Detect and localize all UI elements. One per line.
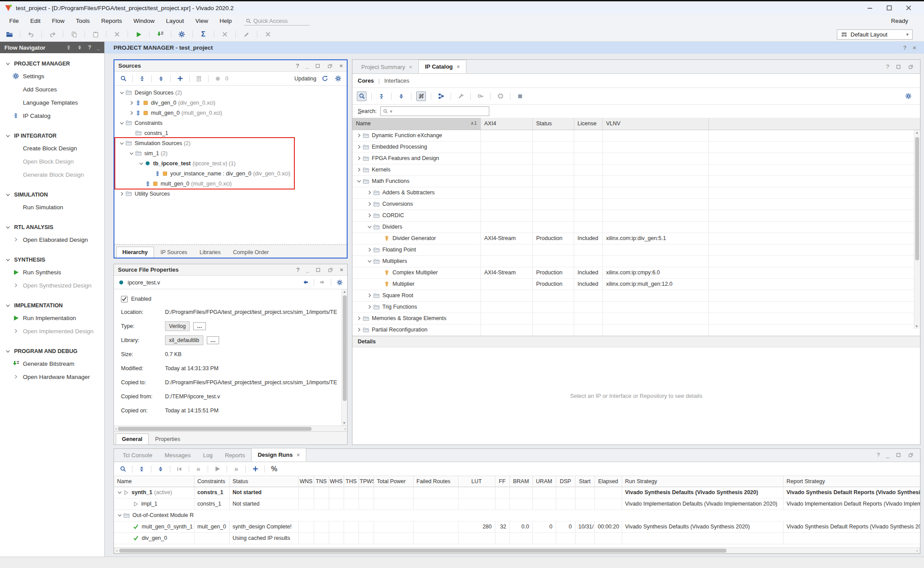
flow-section-program-and-debug[interactable]: PROGRAM AND DEBUG [0,345,104,357]
chevron-down-icon[interactable] [137,161,145,166]
column-header-tns[interactable]: TNS [314,476,329,487]
flow-section-ip-integrator[interactable]: IP INTEGRATOR [0,130,104,142]
ip-catalog-row[interactable]: Dynamic Function eXchange [352,130,920,141]
create-runs-icon[interactable] [250,464,260,474]
chevron-down-icon[interactable] [116,490,123,495]
source-tree-row[interactable]: Constraints [114,118,347,128]
column-header-constraints[interactable]: Constraints [194,476,229,487]
redo-icon[interactable] [48,29,57,39]
menu-file[interactable]: File [4,16,25,26]
float-icon[interactable] [908,64,914,70]
browse-button[interactable]: … [193,322,206,330]
ip-catalog-row[interactable]: Math Functions [352,175,920,187]
column-header-dsp[interactable]: DSP [556,476,575,487]
chevron-right-icon[interactable] [118,191,125,197]
column-header-tpws[interactable]: TPWS [359,476,374,487]
column-header-bram[interactable]: BRAM [510,476,532,487]
column-header-report-strategy[interactable]: Report Strategy [783,476,920,487]
expand-all-icon[interactable] [156,464,165,474]
generate-bitstream-icon[interactable] [155,29,165,39]
column-header-wns[interactable]: WNS [298,476,314,487]
ip-catalog-row[interactable]: Conversions [352,198,920,210]
gear-icon[interactable] [337,279,343,285]
flow-item-open-synthesized-design[interactable]: Open Synthesized Design [0,279,104,292]
source-tree-row[interactable]: Simulation Sources(2) [114,138,347,148]
add-sources-icon[interactable] [175,74,185,84]
chevron-right-icon[interactable] [366,293,373,298]
minimize-icon[interactable]: _ [305,62,308,69]
float-icon[interactable] [327,267,334,273]
search-icon[interactable] [118,74,128,84]
flow-section-rtl-analysis[interactable]: RTL ANALYSIS [0,221,104,233]
minimize-icon[interactable]: _ [97,44,100,51]
ip-catalog-row[interactable]: Adders & Subtracters [352,187,920,198]
maximize-icon[interactable] [315,63,321,69]
menu-layout[interactable]: Layout [160,16,190,26]
source-tree-row[interactable]: mult_gen_0(mult_gen_0.xci) [114,178,347,189]
source-tree-row[interactable]: tb_ipcore_test(ipcore_test.v) (1) [114,158,347,168]
menu-flow[interactable]: Flow [46,16,70,26]
menu-window[interactable]: Window [128,16,160,26]
help-icon[interactable]: ? [903,44,906,51]
edit-file-icon[interactable] [194,74,204,84]
column-header-start[interactable]: Start [575,476,594,487]
column-header-vlnv[interactable]: VLNV [602,118,708,130]
menu-help[interactable]: Help [214,16,238,26]
flow-item-run-synthesis[interactable]: Run Synthesis [0,266,104,279]
flow-item-run-implementation[interactable]: Run Implementation [0,311,104,324]
sources-tab-hierarchy[interactable]: Hierarchy [116,247,154,258]
back-arrow-icon[interactable] [302,279,308,285]
column-header-whs[interactable]: WHS [329,476,344,487]
chevron-down-icon[interactable] [366,224,373,229]
horizontal-scrollbar[interactable]: ‹› [114,547,920,553]
flow-item-open-elaborated-design[interactable]: Open Elaborated Design [0,233,104,246]
column-header-elapsed[interactable]: Elapsed [594,476,622,487]
gear-icon[interactable] [333,74,343,84]
close-icon[interactable]: × [457,64,460,70]
ip-search-input[interactable]: ▾ [380,106,489,116]
report-icon[interactable]: Σ [198,29,208,39]
percent-icon[interactable]: % [269,464,279,474]
source-tree-row[interactable]: constrs_1 [114,128,347,138]
edit-icon[interactable] [242,29,251,39]
column-header-name[interactable]: Name [114,476,194,487]
source-tree-row[interactable]: mult_gen_0(mult_gen_0.xci) [114,108,347,118]
chevron-right-icon[interactable] [355,327,363,332]
properties-tab-properties[interactable]: Properties [150,434,186,444]
flow-item-language-templates[interactable]: Language Templates [0,96,104,109]
float-icon[interactable] [908,452,914,458]
stop-icon[interactable] [220,29,230,39]
license-icon[interactable] [476,91,485,101]
flow-item-settings[interactable]: Settings [0,69,104,83]
help-icon[interactable]: ? [877,451,880,458]
menu-edit[interactable]: Edit [25,16,46,26]
run-icon[interactable] [134,29,143,39]
vertical-scrollbar[interactable]: ▴▾ [341,289,347,426]
copy-icon[interactable] [69,29,79,39]
chevron-right-icon[interactable] [128,110,135,116]
ip-catalog-row[interactable]: Partial Reconfiguration [352,324,920,335]
window-maximize-button[interactable] [885,4,893,12]
chevron-right-icon[interactable] [366,247,373,252]
chevron-right-icon[interactable] [366,213,373,218]
minimize-icon[interactable]: _ [886,451,889,458]
close-icon[interactable]: × [340,266,343,273]
flow-item-add-sources[interactable]: Add Sources [0,83,104,96]
menu-view[interactable]: View [190,16,214,26]
maximize-icon[interactable] [895,452,902,458]
tab-log[interactable]: Log [197,449,219,462]
flow-section-simulation[interactable]: SIMULATION [0,189,104,200]
column-header-name[interactable]: Name∧1 [352,118,480,130]
tab-reports[interactable]: Reports [219,449,251,462]
column-header-lut[interactable]: LUT [458,476,495,487]
add-ip-icon[interactable] [495,91,505,101]
chevron-right-icon[interactable] [366,190,373,195]
step-back-icon[interactable]: « [194,464,203,474]
customize-icon[interactable] [436,91,446,101]
ip-catalog-row[interactable]: MultiplierProductionIncludedxilinx.com:i… [352,278,920,290]
ip-catalog-row[interactable]: Dividers [352,221,920,233]
flow-item-open-hardware-manager[interactable]: Open Hardware Manager [0,370,104,383]
type-input[interactable]: Verilog [165,321,190,331]
help-icon[interactable]: ? [296,62,299,69]
run-step-icon[interactable] [213,464,222,474]
